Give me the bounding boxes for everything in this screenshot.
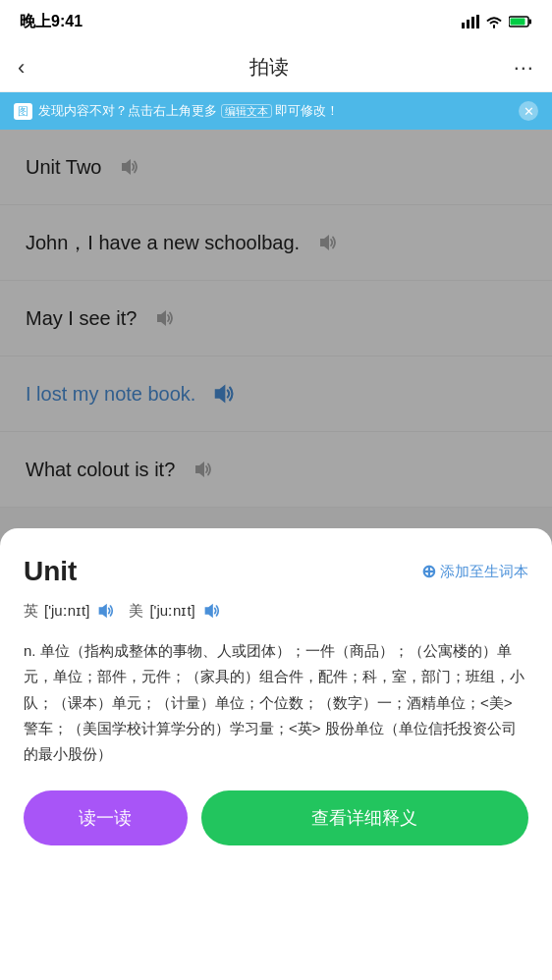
status-icons — [462, 15, 532, 28]
svg-marker-12 — [99, 604, 107, 619]
notice-banner: 图 发现内容不对？点击右上角更多 编辑文本 即可修改！ ✕ — [0, 92, 552, 130]
phonetic-label-american: 美 — [129, 602, 143, 621]
status-time: 晚上9:41 — [20, 12, 83, 32]
add-plus-icon: ⊕ — [421, 561, 436, 582]
dictionary-panel: Unit ⊕ 添加至生词本 英 ['juːnɪt] 美 — [0, 528, 552, 980]
svg-rect-6 — [511, 19, 525, 26]
phonetic-speaker-british[interactable] — [95, 601, 115, 621]
read-button[interactable]: 读一读 — [24, 790, 188, 845]
add-to-vocab-label: 添加至生词本 — [440, 563, 528, 581]
phonetic-label-british: 英 — [24, 602, 38, 621]
phonetic-speaker-american[interactable] — [201, 601, 221, 621]
speaker-british-icon — [95, 601, 115, 621]
svg-rect-1 — [467, 20, 469, 28]
phonetic-ipa-american: ['juːnɪt] — [149, 602, 194, 620]
notice-close-button[interactable]: ✕ — [519, 101, 538, 121]
page-title: 拍读 — [249, 54, 289, 81]
svg-rect-0 — [462, 23, 465, 28]
content-area: Unit Two John，I have a new schoolbag. Ma… — [0, 130, 552, 980]
add-to-vocab-button[interactable]: ⊕ 添加至生词本 — [421, 561, 528, 582]
battery-icon — [509, 15, 532, 28]
dict-definition: n. 单位（指构成整体的事物、人或团体）；一件（商品）；（公寓楼的）单元，单位；… — [24, 638, 528, 767]
speaker-american-icon — [201, 601, 221, 621]
dict-header: Unit ⊕ 添加至生词本 — [24, 556, 528, 587]
svg-rect-3 — [476, 15, 479, 28]
wifi-icon — [485, 15, 503, 28]
svg-rect-5 — [529, 20, 532, 25]
dict-word: Unit — [24, 556, 77, 587]
detail-button[interactable]: 查看详细释义 — [201, 790, 528, 845]
svg-rect-2 — [471, 17, 474, 28]
dict-phonetics: 英 ['juːnɪt] 美 ['juːnɪt] — [24, 601, 528, 621]
more-button[interactable]: ··· — [514, 55, 534, 81]
back-button[interactable]: ‹ — [18, 57, 25, 79]
notice-text: 发现内容不对？点击右上角更多 编辑文本 即可修改！ — [38, 102, 513, 120]
phonetic-american: 美 ['juːnɪt] — [129, 601, 220, 621]
notice-icon: 图 — [14, 103, 32, 120]
bottom-buttons: 读一读 查看详细释义 — [24, 790, 528, 845]
header: ‹ 拍读 ··· — [0, 43, 552, 92]
phonetic-ipa-british: ['juːnɪt] — [44, 602, 89, 620]
phonetic-british: 英 ['juːnɪt] — [24, 601, 115, 621]
svg-marker-13 — [204, 604, 212, 619]
signal-icon — [462, 15, 479, 28]
status-bar: 晚上9:41 — [0, 0, 552, 43]
